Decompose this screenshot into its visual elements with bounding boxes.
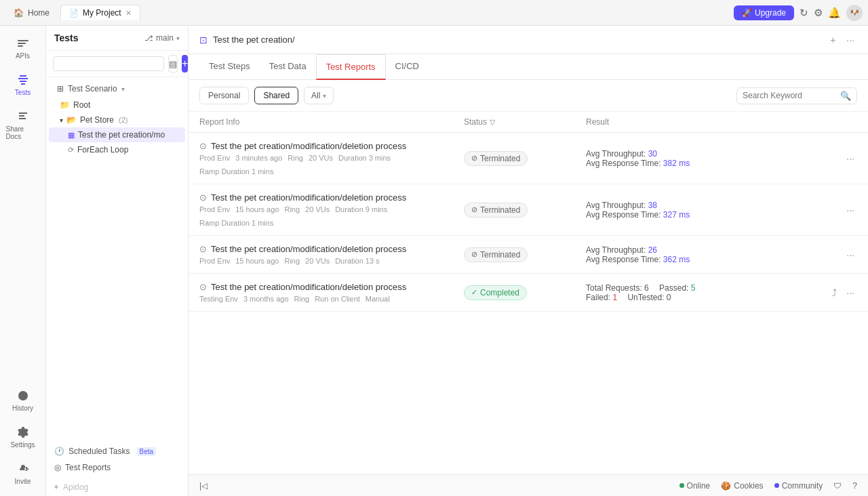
sidebar-item-history[interactable]: History bbox=[3, 384, 43, 417]
home-icon: 🏠 bbox=[14, 8, 24, 18]
filter-status-icon[interactable]: ▽ bbox=[490, 118, 495, 127]
row-3-more-button[interactable]: ··· bbox=[844, 248, 857, 262]
refresh-icon[interactable]: ↻ bbox=[800, 7, 808, 19]
reports-icon: ◎ bbox=[54, 463, 61, 472]
bell-icon[interactable]: 🔔 bbox=[828, 7, 841, 19]
search-icon[interactable]: 🔍 bbox=[840, 91, 851, 101]
sidebar-item-settings[interactable]: Settings bbox=[3, 420, 43, 454]
row-2-vus: 20 VUs bbox=[305, 205, 330, 213]
sidebar-item-invite[interactable]: Invite bbox=[3, 457, 43, 491]
table-row: ⊙ Test the pet creation/modification/del… bbox=[189, 133, 868, 184]
row-4-ramp: Manual bbox=[366, 295, 390, 303]
nav-filter-button[interactable]: ▤ bbox=[168, 55, 178, 73]
expand-icon: ▾ bbox=[60, 117, 63, 124]
search-input[interactable] bbox=[743, 91, 837, 100]
row-3-response: Avg Response Time: 362 ms bbox=[586, 255, 830, 264]
col-status: Status bbox=[464, 117, 487, 127]
community-label: Community bbox=[782, 481, 823, 491]
sidebar-item-tests[interactable]: Tests bbox=[3, 68, 43, 102]
row-1-vus: 20 VUs bbox=[309, 154, 333, 162]
shared-filter-button[interactable]: Shared bbox=[254, 87, 298, 104]
all-filter-select[interactable]: All ▾ bbox=[304, 87, 334, 104]
sidebar-item-apis[interactable]: APIs bbox=[3, 31, 43, 65]
tab-test-steps[interactable]: Test Steps bbox=[199, 54, 260, 79]
row-2-info: ⊙ Test the pet creation/modification/del… bbox=[199, 192, 464, 227]
branch-chevron: ▾ bbox=[176, 35, 180, 42]
clock-icon: 🕐 bbox=[54, 447, 64, 456]
tree-item-foreach[interactable]: ⟳ ForEach Loop bbox=[49, 142, 185, 157]
row-1-more-button[interactable]: ··· bbox=[844, 152, 857, 165]
help-icon: ? bbox=[852, 481, 857, 491]
pet-store-label: Pet Store bbox=[80, 115, 114, 125]
test-scenario-header[interactable]: ⊞ Test Scenario ▾ bbox=[54, 81, 180, 96]
row-2-more-button[interactable]: ··· bbox=[844, 203, 857, 217]
sidebar-settings-label: Settings bbox=[10, 441, 35, 449]
cookies-button[interactable]: 🍪 Cookies bbox=[721, 481, 763, 491]
row-4-more-button[interactable]: ··· bbox=[844, 286, 857, 299]
tree-item-root[interactable]: 📁 Root bbox=[49, 98, 185, 112]
row-1-status: ⊘ Terminated bbox=[464, 151, 586, 166]
row-4-icon: ⊙ bbox=[199, 282, 207, 292]
tab-test-steps-label: Test Steps bbox=[209, 61, 250, 71]
row-4-info: ⊙ Test the pet creation/modification/del… bbox=[199, 282, 464, 303]
nav-add-button[interactable]: + bbox=[182, 55, 188, 73]
row-3-name: ⊙ Test the pet creation/modification/del… bbox=[199, 244, 464, 254]
home-tab[interactable]: 🏠 Home bbox=[5, 5, 58, 20]
folder-icon: 📁 bbox=[60, 100, 70, 110]
row-2-throughput: Avg Throughput: 38 bbox=[586, 201, 830, 210]
content-doc-icon: ⊡ bbox=[199, 35, 208, 45]
home-label: Home bbox=[28, 8, 50, 18]
branch-selector[interactable]: ⎇ main ▾ bbox=[144, 33, 180, 43]
add-tab-button[interactable]: + bbox=[827, 33, 838, 47]
row-2-time: 15 hours ago bbox=[235, 205, 279, 213]
tree-item-test[interactable]: ▦ Test the pet creation/mo bbox=[49, 127, 185, 142]
apidog-icon: ✦ bbox=[53, 482, 60, 492]
upgrade-label: Upgrade bbox=[755, 8, 786, 18]
tab-test-data[interactable]: Test Data bbox=[260, 54, 316, 79]
community-button[interactable]: Community bbox=[774, 481, 823, 491]
row-4-status: ✓ Completed bbox=[464, 285, 586, 300]
tab-test-reports[interactable]: Test Reports bbox=[316, 54, 386, 80]
row-1-response: Avg Response Time: 382 ms bbox=[586, 159, 830, 168]
row-3-info: ⊙ Test the pet creation/modification/del… bbox=[199, 244, 464, 265]
sidebar-item-share-docs[interactable]: Share Docs bbox=[3, 104, 43, 146]
row-1-duration: Duration 3 mins bbox=[338, 154, 391, 162]
row-2-status: ⊘ Terminated bbox=[464, 203, 586, 218]
more-options-button[interactable]: ··· bbox=[844, 33, 857, 47]
online-status[interactable]: Online bbox=[679, 481, 711, 491]
row-2-result: Avg Throughput: 38 Avg Response Time: 32… bbox=[586, 201, 830, 220]
upgrade-button[interactable]: 🚀 Upgrade bbox=[734, 5, 794, 20]
shield-button[interactable]: 🛡 bbox=[833, 481, 842, 491]
svg-rect-0 bbox=[18, 40, 28, 41]
scheduled-label: Scheduled Tasks bbox=[68, 447, 130, 456]
icon-sidebar: APIs Tests Share Docs History Setti bbox=[0, 26, 46, 496]
tree-item-pet-store[interactable]: ▾ 📂 Pet Store (2) bbox=[49, 112, 185, 127]
status-badge-1: ⊘ Terminated bbox=[464, 151, 528, 166]
close-tab-icon[interactable]: ✕ bbox=[125, 9, 132, 18]
row-1-time: 3 minutes ago bbox=[235, 154, 282, 162]
collapse-button[interactable]: |◁ bbox=[199, 481, 208, 491]
test-reports-item[interactable]: ◎ Test Reports bbox=[49, 459, 185, 476]
row-3-meta: Prod Env 15 hours ago Ring 20 VUs Durati… bbox=[199, 257, 464, 265]
terminated-icon: ⊘ bbox=[471, 154, 477, 163]
user-avatar[interactable]: 🐶 bbox=[846, 5, 863, 21]
row-4-share-button[interactable]: ⤴ bbox=[829, 286, 840, 299]
bottom-bar: |◁ Online 🍪 Cookies Community 🛡 ? bbox=[189, 474, 868, 496]
personal-filter-button[interactable]: Personal bbox=[199, 87, 249, 104]
tabs-bar: Test Steps Test Data Test Reports CI/CD bbox=[189, 54, 868, 80]
branch-icon: ⎇ bbox=[144, 34, 153, 43]
scheduled-tasks-item[interactable]: 🕐 Scheduled Tasks Beta bbox=[49, 443, 185, 459]
topbar-right: 🚀 Upgrade ↻ ⚙ 🔔 🐶 bbox=[734, 5, 863, 21]
nav-search-input[interactable] bbox=[53, 56, 164, 71]
nav-tree: ⊞ Test Scenario ▾ 📁 Root ▾ 📂 Pet Store (… bbox=[46, 77, 188, 440]
row-2-name: ⊙ Test the pet creation/modification/del… bbox=[199, 192, 464, 203]
project-icon: 📄 bbox=[69, 9, 79, 18]
project-tab[interactable]: 📄 My Project ✕ bbox=[60, 5, 140, 20]
status-badge-3: ⊘ Terminated bbox=[464, 247, 528, 262]
row-2-actions: ··· bbox=[830, 203, 857, 217]
settings-icon[interactable]: ⚙ bbox=[814, 7, 823, 19]
tab-ci-cd[interactable]: CI/CD bbox=[386, 54, 429, 79]
row-3-env: Prod Env bbox=[199, 257, 230, 265]
help-button[interactable]: ? bbox=[852, 481, 857, 491]
row-2-ring: Ring bbox=[284, 205, 300, 213]
